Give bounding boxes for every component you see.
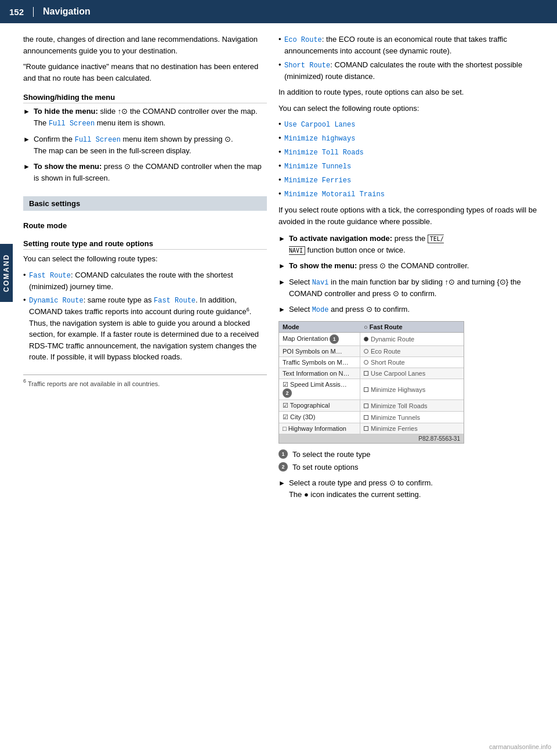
- activate-nav-step: ► To activate navigation mode: press the…: [278, 233, 540, 255]
- footnote-ref: 6: [23, 380, 28, 387]
- final-step-text: Select a route type and press ⊙ to confi…: [289, 478, 433, 499]
- option-toll: Minimize Toll Roads: [278, 146, 540, 158]
- addition-text: In addition to route types, route option…: [278, 87, 540, 98]
- arrow-icon-8: ►: [278, 478, 285, 500]
- route-options-list: Use Carpool Lanes Minimize highways Mini…: [278, 118, 540, 200]
- check-ferries: [364, 426, 368, 431]
- ui-row-topo: ☑ Topographical Minimize Toll Roads: [279, 400, 464, 412]
- ui-row-highway-info: □ Highway Information Minimize Ferries: [279, 423, 464, 434]
- callout-label-1: 1: [278, 449, 288, 459]
- caption-1-text: To select the route type: [292, 449, 370, 460]
- arrow-icon-4: ►: [278, 233, 285, 255]
- eco-short-route-list: Eco Route: the ECO route is an economica…: [278, 34, 540, 82]
- ui-row-poi: POI Symbols on M… Eco Route: [279, 346, 464, 357]
- ui-col-short-route: Short Route: [360, 357, 464, 368]
- ui-col-min-tunnels: Minimize Tunnels: [360, 412, 464, 423]
- option-carpool-text: Use Carpool Lanes: [284, 121, 355, 129]
- arrow-icon-3: ►: [23, 161, 30, 183]
- ui-col-dynamic-route: Dynamic Route: [360, 333, 464, 345]
- hide-menu-label: To hide the menu: slide ↑⊙ the COMAND co…: [34, 107, 258, 127]
- caption-2-text: To set route options: [292, 462, 358, 473]
- ui-col-eco-route: Eco Route: [360, 346, 464, 357]
- select-navi-text: Select Navi in the main function bar by …: [289, 278, 521, 298]
- watermark: carmanualsonline.info: [489, 743, 551, 750]
- route-type-dynamic: Dynamic Route: same route type as Fast R…: [23, 294, 267, 363]
- option-highways-text: Minimize highways: [284, 135, 355, 143]
- show-menu-step-text: To show the menu: press ⊙ the COMAND con…: [289, 261, 469, 270]
- intro-para-2: "Route guidance inactive" means that no …: [23, 61, 267, 84]
- option-trains-text: Minimize Motorail Trains: [284, 190, 385, 199]
- ui-header-right: ○ Fast Route: [364, 323, 460, 330]
- final-step: ► Select a route type and press ⊙ to con…: [278, 477, 540, 500]
- short-route-code: Short Route: [284, 62, 330, 70]
- left-column: the route, changes of direction and lane…: [23, 34, 267, 505]
- ui-header-left: Mode: [283, 323, 364, 330]
- route-mode-heading: Route mode: [23, 221, 267, 230]
- arrow-icon-2: ►: [23, 134, 30, 157]
- footnote-text: Traffic reports are not available in all…: [28, 380, 160, 387]
- page-title: Navigation: [43, 6, 91, 17]
- short-route-item: Short Route: COMAND calculates the route…: [278, 59, 540, 82]
- side-tab-label: COMAND: [2, 254, 10, 292]
- side-tab: COMAND: [0, 244, 13, 302]
- option-toll-text: Minimize Toll Roads: [284, 149, 364, 157]
- option-ferries: Minimize Ferries: [278, 174, 540, 186]
- page: 152 Navigation COMAND the route, changes…: [0, 0, 557, 756]
- screenshot-caption: P82.87-5563-31: [279, 434, 464, 443]
- intro-para-1: the route, changes of direction and lane…: [23, 34, 267, 56]
- ui-col-poi: POI Symbols on M…: [279, 346, 360, 357]
- eco-route-code: Eco Route: [284, 36, 322, 44]
- dynamic-route-text: : same route type as Fast Route. In addi…: [29, 296, 259, 361]
- select-mode-text: Select Mode and press ⊙ to confirm.: [289, 305, 410, 314]
- select-mode-step: ► Select Mode and press ⊙ to confirm.: [278, 304, 540, 315]
- ui-col-text-info: Text Information on N…: [279, 368, 360, 379]
- ui-screenshot: Mode ○ Fast Route Map Orientation 1 Dyna…: [278, 321, 464, 444]
- show-menu-item: ► To show the menu: press ⊙ the COMAND c…: [23, 161, 267, 183]
- option-trains: Minimize Motorail Trains: [278, 188, 540, 200]
- callout-2: 2: [283, 388, 292, 398]
- check-carpool: [364, 371, 368, 376]
- route-options-note: If you select route options with a tick,…: [278, 204, 540, 227]
- header-bar: 152 Navigation: [0, 0, 557, 23]
- check-toll: [364, 404, 368, 408]
- option-highways: Minimize highways: [278, 132, 540, 144]
- ui-col-map-orientation: Map Orientation 1: [279, 333, 360, 345]
- ui-col-min-ferries: Minimize Ferries: [360, 423, 464, 434]
- confirm-full-screen-item: ► Confirm the Full Screen menu item show…: [23, 134, 267, 157]
- route-type-fast: Fast Route: COMAND calculates the route …: [23, 269, 267, 293]
- page-number: 152: [9, 7, 34, 17]
- route-types-list: Fast Route: COMAND calculates the route …: [23, 269, 267, 363]
- ui-row-city3d: ☑ City (3D) Minimize Tunnels: [279, 412, 464, 423]
- arrow-icon-5: ►: [278, 261, 285, 272]
- option-tunnels-text: Minimize Tunnels: [284, 163, 351, 171]
- basic-settings-box: Basic settings: [23, 196, 267, 211]
- check-highways: [364, 387, 368, 392]
- ui-col-min-toll: Minimize Toll Roads: [360, 400, 464, 411]
- right-column: Eco Route: the ECO route is an economica…: [278, 34, 540, 505]
- caption-1: 1 To select the route type: [278, 449, 540, 460]
- callout-1: 1: [330, 334, 339, 344]
- showing-hiding-heading: Showing/hiding the menu: [23, 93, 267, 103]
- show-menu-text: To show the menu: press ⊙ the COMAND con…: [34, 162, 262, 182]
- activate-nav-text: To activate navigation mode: press the T…: [289, 234, 444, 254]
- caption-2: 2 To set route options: [278, 462, 540, 473]
- ui-row-traffic-symbols: Traffic Symbols on M… Short Route: [279, 357, 464, 368]
- radio-short: [364, 360, 368, 365]
- hide-menu-item: ► To hide the menu: slide ↑⊙ the COMAND …: [23, 106, 267, 129]
- fast-route-code: Fast Route: [29, 272, 71, 280]
- ui-row-speed-limit: ☑ Speed Limit Assis… 2 Minimize Highways: [279, 379, 464, 400]
- setting-route-heading: Setting route type and route options: [23, 239, 267, 250]
- option-tunnels: Minimize Tunnels: [278, 160, 540, 172]
- ui-header: Mode ○ Fast Route: [279, 322, 464, 333]
- ui-col-carpool: Use Carpool Lanes: [360, 368, 464, 379]
- arrow-icon-6: ►: [278, 277, 285, 300]
- ui-col-speed-limit: ☑ Speed Limit Assis… 2: [279, 379, 360, 399]
- callout-label-2: 2: [278, 462, 288, 471]
- arrow-icon: ►: [23, 106, 30, 129]
- ui-row-map-orientation: Map Orientation 1 Dynamic Route: [279, 333, 464, 346]
- dynamic-route-code: Dynamic Route: [29, 297, 84, 305]
- footnote: 6 Traffic reports are not available in a…: [23, 375, 267, 387]
- route-options-intro: You can select the following route optio…: [278, 103, 540, 114]
- radio-eco: [364, 349, 368, 354]
- option-ferries-text: Minimize Ferries: [284, 177, 351, 185]
